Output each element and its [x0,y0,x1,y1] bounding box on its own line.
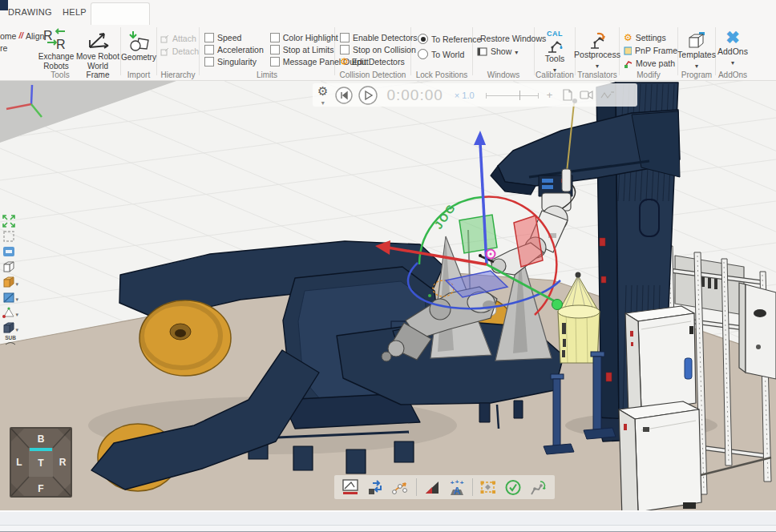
calibration-tools-button[interactable]: CAL Tools [535,30,575,74]
fill-view-icon [2,245,15,258]
nav-highlight-edge [30,448,52,451]
playback-bar: ⚙ 0:00:00 × 1.0 + [313,83,637,107]
enable-detectors-checkbox[interactable]: Enable Detectors [340,31,410,43]
to-reference-radio[interactable]: To Reference [418,33,472,45]
dropdown-caret-icon [15,275,18,289]
tab-active-blank[interactable] [91,2,150,25]
attach-button[interactable]: Attach [160,32,199,45]
speed-slider[interactable] [486,90,539,101]
simulation-time: 0:00:00 [386,87,443,104]
home-button-cut[interactable]: ome [0,31,16,41]
frame-cube-icon [2,321,14,334]
render-mode-icon [2,291,14,304]
measure-button-cut[interactable]: re [0,43,7,53]
checkbox-icon [340,45,350,54]
dropdown-caret-icon [596,60,599,70]
svg-text:+: + [451,479,455,486]
shaded-mode-button[interactable] [2,274,18,289]
move-robot-world-frame-icon [84,28,111,50]
snap-mode-button[interactable] [2,304,18,320]
ribbon-group-translators: Postprocess Translators [576,23,619,80]
acceleration-checkbox[interactable]: Acceleration [204,43,264,55]
world-origin-triad [5,83,46,120]
record-log-icon[interactable] [562,89,573,101]
detach-button[interactable]: Detach [160,45,199,58]
fill-view-button[interactable] [2,244,18,259]
area-select-button[interactable] [2,228,18,244]
ribbon-group-modify: ⚙Settings PnP Frame Move path Modify [620,23,677,80]
detach-icon [160,47,169,56]
ribbon-group-calibration: CAL Tools Calibration [535,23,575,80]
fit-view-button[interactable] [2,213,18,228]
addons-tools-icon: ✖ [725,30,740,46]
postprocess-button[interactable]: Postprocess [576,31,619,70]
wall-cabinet[interactable] [739,283,776,379]
singularity-checkbox[interactable]: Singularity [204,55,264,67]
play-button[interactable] [358,85,378,106]
toolbar-separator [416,478,417,496]
geometry-icon [127,30,151,51]
checkbox-icon [204,57,214,66]
tab-help[interactable]: HELP [63,7,87,17]
stop-on-collision-checkbox[interactable]: Stop on Collision [340,43,410,55]
move-path-button[interactable]: Move path [624,57,677,70]
gear-icon: ⚙ [340,57,349,66]
tab-drawing[interactable]: DRAWING [8,7,52,17]
control-cabinets[interactable] [619,306,701,510]
frame-select-button[interactable] [479,478,498,497]
record-video-icon[interactable] [580,90,594,100]
nav-label-left: L [16,457,22,468]
limit-sweep-button[interactable] [422,478,442,497]
pnp-frame-icon [624,46,632,55]
viewport-3d[interactable]: JOG [0,81,776,510]
calibration-robot-icon [545,38,564,53]
trace-refresh-button[interactable] [366,478,386,497]
to-world-radio[interactable]: To World [418,48,472,60]
show-windows-icon [477,46,487,56]
frames-button[interactable] [2,320,18,335]
annotations-button[interactable]: A +++ [447,478,467,497]
view-toolbar: SUB [2,213,18,353]
signal-trace-icon[interactable] [600,90,615,101]
addons-button[interactable]: ✖ AddOns [716,30,750,66]
restore-windows-button[interactable]: Restore Windows [477,32,534,45]
playback-speed: × 1.0 [455,91,475,100]
wireframe-cube-icon [2,260,15,273]
wireframe-mode-button[interactable] [2,259,18,274]
robot-cycle-button[interactable] [528,478,548,497]
render-mode-button[interactable] [2,289,18,304]
ribbon-group-program: Templates Program [678,23,715,80]
templates-button[interactable]: Templates [678,31,715,70]
rewind-button[interactable] [334,86,354,105]
window-corner-accent [0,0,8,10]
nav-label-top: T [38,457,44,469]
dropdown-caret-icon [15,320,18,335]
gear-icon: ⚙ [317,85,328,97]
speed-checkbox[interactable]: Speed [204,31,264,43]
scene-3d[interactable]: JOG [0,81,776,510]
plus-icon[interactable]: + [547,89,553,101]
ribbon-group-collision: Enable Detectors Stop on Collision ⚙Edit… [335,23,410,80]
svg-text:+: + [455,478,459,486]
statistics-button[interactable] [342,478,361,497]
playback-settings-button[interactable]: ⚙ [317,85,328,106]
radio-icon [418,49,428,59]
validate-check-button[interactable] [503,478,523,497]
templates-cube-icon [687,31,706,49]
checkbox-icon [270,57,280,66]
pnp-frame-button[interactable]: PnP Frame [624,44,677,57]
checkbox-icon [340,33,350,42]
path-points-button[interactable] [391,478,410,497]
exchange-robots-button[interactable]: R R ExchangeRobots [37,28,75,71]
sub-program-button[interactable]: SUB [2,335,18,353]
settings-button[interactable]: ⚙Settings [624,31,677,44]
slider-handle[interactable] [519,91,521,100]
jog-plane-handle-green[interactable] [459,215,497,253]
radio-icon [418,34,428,44]
geometry-button[interactable]: Geometry [122,30,156,62]
edit-detectors-button[interactable]: ⚙Edit Detectors [340,55,410,68]
checkbox-icon [204,33,214,42]
navigation-cube[interactable]: B T L R F [10,427,72,499]
svg-text:A: A [454,486,461,497]
show-button[interactable]: Show [477,45,534,58]
